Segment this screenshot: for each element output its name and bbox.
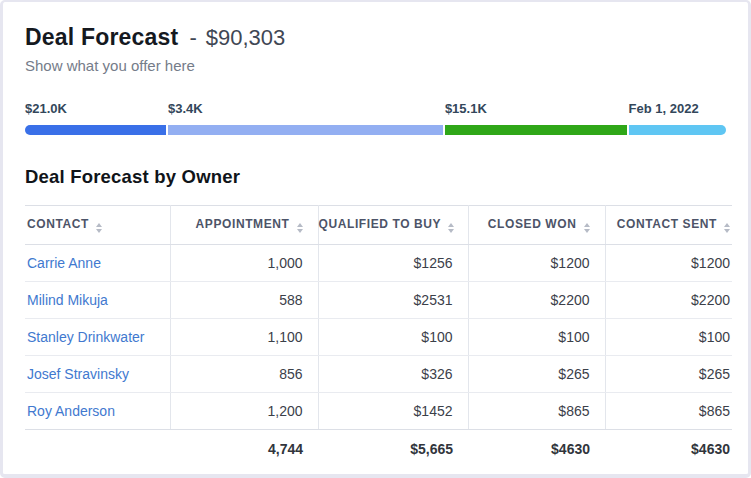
appointment-cell: 856 [170, 356, 318, 393]
contact-sent-cell: $2200 [605, 282, 732, 319]
column-header-appointment[interactable]: APPOINTMENT [170, 206, 318, 245]
contact-sent-cell: $100 [605, 319, 732, 356]
column-header-closed-won[interactable]: CLOSED WON [468, 206, 605, 245]
column-header-contact[interactable]: CONTACT [25, 206, 170, 245]
table-row: Carrie Anne 1,000 $1256 $1200 $1200 [25, 245, 732, 282]
segment-label: Feb 1, 2022 [629, 101, 726, 116]
page-title: Deal Forecast [25, 24, 178, 51]
page-header: Deal Forecast - $90,303 [25, 24, 726, 51]
segment-label: $15.1K [445, 101, 627, 116]
totals-row: 4,744 $5,665 $4630 $4630 [25, 430, 732, 469]
segment-label: $3.4K [168, 101, 443, 116]
sort-icon[interactable] [96, 223, 102, 233]
qualified-to-buy-cell: $1256 [318, 245, 468, 282]
totals-closed-won: $4630 [468, 430, 605, 469]
qualified-to-buy-cell: $326 [318, 356, 468, 393]
sort-icon[interactable] [297, 223, 303, 233]
contact-link[interactable]: Stanley Drinkwater [27, 329, 145, 345]
closed-won-cell: $2200 [468, 282, 605, 319]
page-subtitle: Show what you offer here [25, 57, 726, 74]
progress-segment-labels: $21.0K $3.4K $15.1K Feb 1, 2022 [25, 101, 726, 116]
contact-link[interactable]: Josef Stravinsky [27, 366, 129, 382]
closed-won-cell: $265 [468, 356, 605, 393]
qualified-to-buy-cell: $1452 [318, 393, 468, 430]
table-row: Stanley Drinkwater 1,100 $100 $100 $100 [25, 319, 732, 356]
table-title: Deal Forecast by Owner [25, 166, 726, 188]
segment-label: $21.0K [25, 101, 166, 116]
table-row: Milind Mikuja 588 $2531 $2200 $2200 [25, 282, 732, 319]
totals-qualified-to-buy: $5,665 [318, 430, 468, 469]
totals-contact-sent: $4630 [605, 430, 732, 469]
contact-sent-cell: $265 [605, 356, 732, 393]
contact-cell: Josef Stravinsky [25, 356, 170, 393]
contact-cell: Roy Anderson [25, 393, 170, 430]
contact-sent-cell: $1200 [605, 245, 732, 282]
qualified-to-buy-cell: $2531 [318, 282, 468, 319]
deal-forecast-table: CONTACT APPOINTMENT QUALIFIED TO BUY CLO… [25, 205, 732, 468]
deal-forecast-card: Deal Forecast - $90,303 Show what you of… [0, 0, 751, 478]
forecast-total-amount: $90,303 [206, 25, 286, 51]
progress-segment [445, 125, 627, 135]
contact-sent-cell: $865 [605, 393, 732, 430]
contact-cell: Milind Mikuja [25, 282, 170, 319]
appointment-cell: 588 [170, 282, 318, 319]
closed-won-cell: $1200 [468, 245, 605, 282]
contact-link[interactable]: Milind Mikuja [27, 292, 108, 308]
progress-segment [25, 125, 166, 135]
sort-icon[interactable] [448, 223, 454, 233]
progress-segment [629, 125, 726, 135]
totals-appointment: 4,744 [170, 430, 318, 469]
contact-cell: Carrie Anne [25, 245, 170, 282]
contact-link[interactable]: Carrie Anne [27, 255, 101, 271]
appointment-cell: 1,000 [170, 245, 318, 282]
table-header-row: CONTACT APPOINTMENT QUALIFIED TO BUY CLO… [25, 206, 732, 245]
contact-cell: Stanley Drinkwater [25, 319, 170, 356]
closed-won-cell: $865 [468, 393, 605, 430]
column-header-qualified-to-buy[interactable]: QUALIFIED TO BUY [318, 206, 468, 245]
qualified-to-buy-cell: $100 [318, 319, 468, 356]
table-row: Roy Anderson 1,200 $1452 $865 $865 [25, 393, 732, 430]
stacked-progress-track [25, 125, 726, 135]
table-row: Josef Stravinsky 856 $326 $265 $265 [25, 356, 732, 393]
appointment-cell: 1,100 [170, 319, 318, 356]
appointment-cell: 1,200 [170, 393, 318, 430]
progress-segment [168, 125, 443, 135]
column-header-contact-sent[interactable]: CONTACT SENT [605, 206, 732, 245]
forecast-progress-bar: $21.0K $3.4K $15.1K Feb 1, 2022 [25, 101, 726, 135]
sort-icon[interactable] [724, 223, 730, 233]
totals-empty-cell [25, 430, 170, 469]
contact-link[interactable]: Roy Anderson [27, 403, 115, 419]
title-dash: - [189, 25, 196, 51]
closed-won-cell: $100 [468, 319, 605, 356]
sort-icon[interactable] [584, 223, 590, 233]
